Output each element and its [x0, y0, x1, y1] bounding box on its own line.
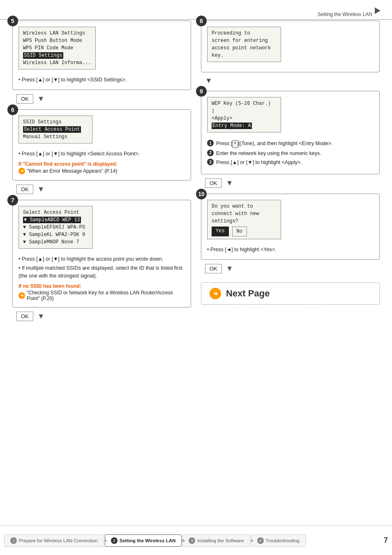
nav-tab-1[interactable]: 1 Prepare for Wireless LAN Connection: [4, 534, 104, 547]
lcd9-line3: <Apply>: [212, 115, 277, 122]
step9-num1: 1: [207, 140, 214, 146]
step5-ok: OK: [16, 94, 33, 104]
right-column: 8 Proceeding to screen for entering acce…: [201, 21, 380, 522]
step6-ok: OK: [16, 185, 33, 194]
header-bar: Setting the Wireless LAN: [0, 0, 392, 20]
step6-down-arrow: ▼: [37, 185, 45, 194]
step7-ref-text: "Checking SSID or Network Key for a Wire…: [27, 290, 184, 301]
next-page-label: Next Page: [226, 288, 270, 299]
lcd7-line3: ▼ SampleEFGHIJ WPA-PS: [23, 224, 88, 231]
step9-lcd: WEP Key (5-26 Char.) | <Apply> Entry Mod…: [207, 97, 281, 132]
lcd10-line2: connect with new: [212, 210, 277, 217]
lcd5-line4-highlight: SSID Settings: [23, 52, 63, 59]
step7-number: 7: [7, 195, 18, 206]
step8-block: 8 Proceeding to screen for entering acce…: [201, 21, 380, 72]
step5-group: 5 Wireless LAN Settings WPS Push Button …: [12, 21, 191, 106]
lcd6-line3: Manual Settings: [23, 133, 88, 141]
lcd10-yes-btn: Yes: [212, 227, 229, 236]
nav-tab-2[interactable]: 2 Setting the Wireless LAN: [105, 534, 182, 547]
nav-tab-4-num: 4: [257, 537, 264, 544]
step10-ok-connector: OK ▼: [205, 264, 380, 273]
lcd8-line4: key.: [212, 52, 277, 59]
step7-ref-link: ➜ "Checking SSID or Network Key for a Wi…: [18, 290, 184, 301]
step6-ok-connector: OK ▼: [16, 185, 191, 194]
step7-group: 7 Select Access Point ▼ SampleABCD WEP 1…: [12, 200, 191, 324]
lcd9-line2: |: [212, 107, 277, 115]
step9-group: 9 WEP Key (5-26 Char.) | <Apply> Entry M…: [201, 91, 380, 190]
lcd6-line1: SSID Settings: [23, 118, 88, 126]
nav-tab-3[interactable]: 3 Installing the Software: [182, 534, 250, 547]
step7-instruction2: If multiple matched SSIDs are displayed,…: [18, 264, 184, 280]
lcd10-line3: settings?: [212, 217, 277, 225]
step10-down-arrow: ▼: [226, 264, 233, 273]
step10-block: 10 Do you want to connect with new setti…: [201, 194, 380, 260]
step7-instruction1: Press [▲] or [▼] to highlight the access…: [18, 255, 184, 263]
step7-if-note: If no SSID has been found: ➜ "Checking S…: [18, 283, 184, 301]
step6-number: 6: [7, 104, 18, 115]
next-page-button[interactable]: ➜ Next Page: [201, 282, 380, 305]
step7-ok-connector: OK ▼: [16, 312, 191, 321]
lcd8-line2: screen for entering: [212, 37, 277, 44]
step6-ref-link: ➜ "When an Error Message Appears" (P.14): [18, 168, 184, 174]
step7-block: 7 Select Access Point ▼ SampleABCD WEP 1…: [12, 200, 191, 308]
nav-tab-1-num: 1: [10, 537, 17, 544]
lcd5-line3: WPS PIN Code Mode: [23, 44, 91, 52]
lcd10-no-btn: No: [232, 227, 247, 236]
step5-number: 5: [7, 16, 18, 26]
header-title: Setting the Wireless LAN: [318, 12, 372, 17]
step9-item1: 1 Press [*](Tone), and then highlight <E…: [207, 140, 373, 148]
step6-block: 6 SSID Settings Select Access Point Manu…: [12, 109, 191, 180]
next-page-circle-arrow: ➜: [210, 288, 221, 299]
step7-down-arrow: ▼: [37, 312, 45, 321]
step9-ok-connector: OK ▼: [205, 178, 380, 188]
lcd6-line2-highlight: Select Access Point: [23, 126, 81, 133]
step5-instruction: Press [▲] or [▼] to highlight <SSID Sett…: [18, 76, 184, 84]
step5-down-arrow: ▼: [37, 95, 45, 103]
lcd9-line1: WEP Key (5-26 Char.): [212, 100, 277, 107]
step7-if-label: If no SSID has been found:: [18, 283, 184, 289]
step10-group: 10 Do you want to connect with new setti…: [201, 194, 380, 276]
step5-block: 5 Wireless LAN Settings WPS Push Button …: [12, 21, 191, 90]
step9-text1: Press [*](Tone), and then highlight <Ent…: [216, 140, 333, 148]
left-column: 5 Wireless LAN Settings WPS Push Button …: [12, 21, 191, 522]
nav-tab-2-num: 2: [111, 537, 118, 544]
step6-circle-arrow: ➜: [18, 168, 25, 174]
step9-text2: Enter the network key using the numeric …: [216, 150, 321, 157]
step7-circle-arrow: ➜: [18, 292, 25, 299]
page-number: 7: [384, 536, 388, 545]
step9-num2: 2: [207, 150, 214, 156]
nav-tab-2-label: Setting the Wireless LAN: [120, 538, 176, 543]
step8-group: 8 Proceeding to screen for entering acce…: [201, 21, 380, 88]
step9-text3: Press [▲] or [▼] to highlight <Apply>.: [216, 159, 302, 166]
step9-num3: 3: [207, 159, 214, 165]
lcd10-line1: Do you want to: [212, 203, 277, 210]
step9-ok: OK: [205, 178, 222, 188]
lcd5-line1: Wireless LAN Settings: [23, 30, 91, 37]
lcd7-line2-highlight: ▼ SampleABCD WEP 13: [23, 217, 81, 223]
lcd7-line5: ▼ SampleMNOP None 7: [23, 238, 88, 246]
nav-tab-1-label: Prepare for Wireless LAN Connection: [19, 538, 98, 543]
step10-instruction: Press [◄] to highlight <Yes>.: [207, 246, 373, 254]
lcd5-line2: WPS Push Button Mode: [23, 37, 91, 44]
step9-item3: 3 Press [▲] or [▼] to highlight <Apply>.: [207, 159, 373, 166]
step6-if-note: If "Cannot find access point" is display…: [18, 161, 184, 174]
step10-number: 10: [196, 189, 207, 199]
step7-ok: OK: [16, 312, 33, 321]
nav-tab-4[interactable]: 4 Troubleshooting: [251, 534, 306, 547]
step10-lcd: Do you want to connect with new settings…: [207, 200, 281, 239]
nav-tab-4-label: Troubleshooting: [266, 538, 300, 543]
nav-tabs: 1 Prepare for Wireless LAN Connection 2 …: [4, 534, 380, 547]
step8-ok-connector: ▼: [205, 76, 380, 85]
lcd7-line4: ▼ SampleKL WPA2-PSK 9: [23, 231, 88, 238]
nav-tab-3-num: 3: [189, 537, 195, 544]
step6-ref-text: "When an Error Message Appears" (P.14): [27, 168, 117, 174]
step5-lcd: Wireless LAN Settings WPS Push Button Mo…: [18, 27, 96, 69]
step8-lcd: Proceeding to screen for entering access…: [207, 27, 281, 62]
step6-lcd: SSID Settings Select Access Point Manual…: [18, 116, 92, 143]
step6-group: 6 SSID Settings Select Access Point Manu…: [12, 109, 191, 197]
step9-num-list: 1 Press [*](Tone), and then highlight <E…: [207, 140, 373, 166]
lcd8-line1: Proceeding to: [212, 30, 277, 37]
main-content: 5 Wireless LAN Settings WPS Push Button …: [12, 21, 380, 522]
nav-tab-3-label: Installing the Software: [197, 538, 244, 543]
step5-ok-connector: OK ▼: [16, 94, 191, 104]
